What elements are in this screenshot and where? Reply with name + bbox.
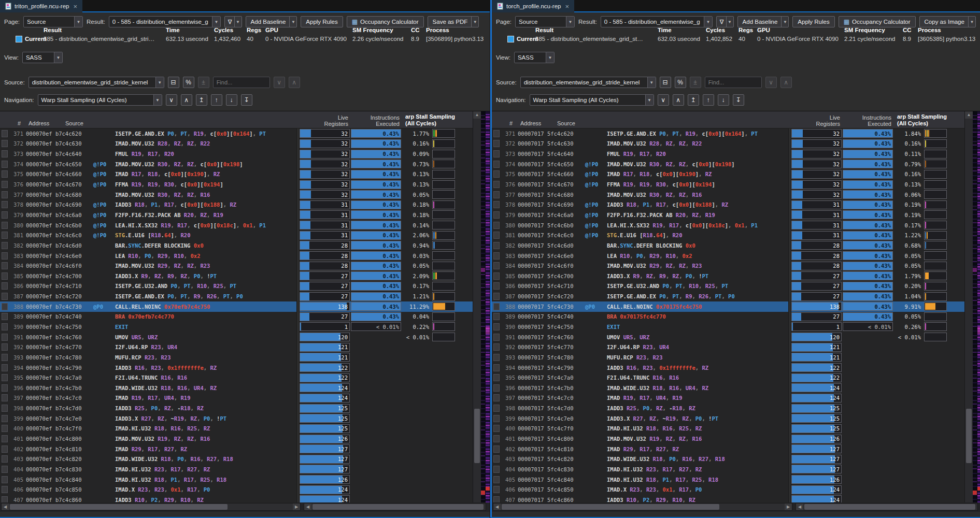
metrics-horizontal-scrollbar[interactable]: ◀ — [796, 503, 978, 511]
row-gutter[interactable] — [492, 181, 501, 188]
row-gutter[interactable] — [492, 466, 501, 473]
sass-row[interactable]: 40700007017 5fc4c860IADD3 R10, P2, R29, … — [492, 495, 964, 503]
row-gutter[interactable] — [0, 374, 9, 381]
sass-row[interactable]: 39200007017 5fc4c770I2F.U64.RP R23, UR41… — [492, 342, 964, 352]
find-next-button[interactable]: ∨ — [765, 77, 777, 88]
vertical-scrollbar-thumb[interactable] — [966, 409, 972, 464]
row-gutter[interactable] — [0, 425, 9, 432]
scrollbar-thumb[interactable] — [502, 504, 719, 510]
sass-row[interactable]: 380000070ef b7c4c6b0@!P0LEA.HI.X.SX32 R1… — [0, 220, 473, 231]
sass-row[interactable]: 37600007017 5fc4c670@!P0FFMA R19, R19, R… — [492, 179, 964, 190]
row-gutter[interactable] — [492, 303, 501, 310]
sass-row[interactable]: 37500007017 5fc4c660@!P0IMAD R17, R18, c… — [492, 169, 964, 180]
row-gutter[interactable] — [492, 140, 501, 147]
nav-goto-max-button[interactable]: ↥ — [688, 94, 699, 106]
row-gutter[interactable] — [0, 252, 9, 260]
vertical-scrollbar[interactable]: ▲ — [964, 111, 973, 502]
sass-row[interactable]: 372000070ef b7c4c630IMAD.MOV.U32 R28, RZ… — [0, 139, 473, 149]
col-header-warp-stall-sampling[interactable]: arp Stall Sampling (All Cycles) — [897, 113, 947, 127]
row-gutter[interactable] — [0, 222, 9, 229]
row-gutter[interactable] — [0, 130, 9, 137]
row-gutter[interactable] — [0, 384, 9, 392]
row-gutter[interactable] — [492, 191, 501, 198]
row-gutter[interactable] — [0, 181, 9, 188]
row-gutter[interactable] — [0, 354, 9, 361]
col-header-live-registers[interactable]: Live Registers — [301, 114, 348, 127]
find-prev-button[interactable]: ∧ — [289, 77, 300, 88]
row-gutter[interactable] — [492, 252, 501, 260]
sass-row[interactable]: 39000007017 5fc4c750EXIT1< 0.01%0.26% — [492, 322, 964, 332]
sass-row[interactable]: 373000070ef b7c4c640FMUL R19, R17, R2032… — [0, 149, 473, 159]
row-gutter[interactable] — [0, 466, 9, 473]
nav-goto-source-button[interactable]: ↧ — [241, 94, 252, 106]
nav-next-button[interactable]: ∨ — [658, 94, 669, 106]
row-gutter[interactable] — [0, 435, 9, 442]
sass-row[interactable]: 37700007017 5fc4c680IMAD.MOV.U32 R30, RZ… — [492, 190, 964, 200]
col-header-live-registers[interactable]: Live Registers — [792, 114, 840, 127]
stall-heatmap-strip[interactable] — [973, 111, 980, 502]
col-header-warp-stall-sampling[interactable]: arp Stall Sampling (All Cycles) — [405, 113, 455, 127]
row-gutter[interactable] — [492, 170, 501, 178]
sass-row[interactable]: 395000070ef b7c4c7a0F2I.U64.TRUNC R16, R… — [0, 372, 473, 383]
find-input[interactable] — [705, 77, 762, 88]
sass-row[interactable]: 391000070ef b7c4c760UMOV UR5, URZ120< 0.… — [0, 332, 473, 342]
sass-row[interactable]: 40100007017 5fc4c800IMAD.MOV.U32 R19, RZ… — [492, 434, 964, 444]
sass-row[interactable]: 40400007017 5fc4c830IMAD.HI.U32 R23, R17… — [492, 464, 964, 474]
source-function-dropdown[interactable]: distribution_elementwise_grid_stride_ker… — [29, 77, 164, 88]
sass-row[interactable]: 38600007017 5fc4c710ISETP.GE.U32.AND P0,… — [492, 281, 964, 292]
scroll-left-arrow-icon[interactable]: ◀ — [493, 503, 501, 510]
col-header-address[interactable]: Address — [29, 120, 49, 126]
nav-up-list-button[interactable]: ↑ — [703, 94, 714, 106]
row-gutter[interactable] — [0, 191, 9, 198]
sass-row[interactable]: 378000070ef b7c4c690@!P0IADD3 R18, P1, R… — [0, 199, 473, 210]
sass-row[interactable]: 38800007017 5fc4c730@P0CALL.REL.NOINC 0x… — [492, 301, 964, 312]
sass-row[interactable]: 388000070ef b7c4c730@P0CALL.REL.NOINC 0x… — [0, 301, 473, 312]
row-gutter[interactable] — [492, 211, 501, 219]
sass-row[interactable]: 39900007017 5fc4c7e0IADD3.X R27, RZ, ~R1… — [492, 413, 964, 424]
sass-row[interactable]: 405000070ef b7c4c840IMAD.HI.U32 R18, P1,… — [0, 474, 473, 485]
plusminus-button[interactable]: ± — [690, 77, 701, 88]
navigation-metric-dropdown[interactable]: Warp Stall Sampling (All Cycles) ▼ — [530, 94, 654, 106]
row-gutter[interactable] — [492, 405, 501, 412]
row-gutter[interactable] — [0, 293, 9, 300]
nav-prev-button[interactable]: ∧ — [181, 94, 192, 106]
row-gutter[interactable] — [492, 242, 501, 249]
row-gutter[interactable] — [0, 323, 9, 330]
row-gutter[interactable] — [492, 150, 501, 157]
sass-row[interactable]: 37200007017 5fc4c630IMAD.MOV.U32 R28, RZ… — [492, 139, 964, 149]
row-gutter[interactable] — [492, 354, 501, 361]
col-header-address[interactable]: Address — [520, 120, 541, 126]
row-gutter[interactable] — [492, 130, 501, 137]
scrollbar-thumb[interactable] — [10, 504, 228, 510]
row-gutter[interactable] — [492, 476, 501, 483]
sass-row[interactable]: 399000070ef b7c4c7e0IADD3.X R27, RZ, ~R1… — [0, 413, 473, 424]
row-gutter[interactable] — [0, 476, 9, 483]
sass-row[interactable]: 40300007017 5fc4c820IMAD.WIDE.U32 R18, P… — [492, 454, 964, 465]
col-header-source[interactable]: Source — [65, 120, 83, 126]
sass-row[interactable]: 38700007017 5fc4c720ISETP.GE.AND.EX P0, … — [492, 291, 964, 301]
sass-row[interactable]: 385000070ef b7c4c700IADD3.X R9, RZ, R9, … — [0, 271, 473, 281]
row-gutter[interactable] — [492, 232, 501, 239]
sass-row[interactable]: 38500007017 5fc4c700IADD3.X R9, RZ, R9, … — [492, 271, 964, 281]
row-gutter[interactable] — [0, 486, 9, 493]
nav-down-list-button[interactable]: ↓ — [226, 94, 237, 106]
sass-row[interactable]: 383000070ef b7c4c6e0LEA R10, P0, R29, R1… — [0, 251, 473, 261]
row-gutter[interactable] — [492, 161, 501, 168]
sass-row[interactable]: 406000070ef b7c4c850IMAD.X R23, R23, 0x1… — [0, 484, 473, 495]
scroll-left-arrow-icon[interactable]: ◀ — [304, 503, 311, 510]
row-gutter[interactable] — [492, 384, 501, 392]
row-gutter[interactable] — [0, 211, 9, 219]
col-header-instructions-executed[interactable]: Instructions Executed — [352, 114, 400, 127]
row-gutter[interactable] — [0, 343, 9, 351]
row-gutter[interactable] — [0, 415, 9, 422]
sass-row[interactable]: 382000070ef b7c4c6d0BAR.SYNC.DEFER_BLOCK… — [0, 240, 473, 251]
row-gutter[interactable] — [492, 394, 501, 401]
sass-row[interactable]: 39300007017 5fc4c780MUFU.RCP R23, R23121 — [492, 352, 964, 363]
row-gutter[interactable] — [0, 232, 9, 239]
report-tab[interactable]: triton_profile.ncu-rep × — [0, 0, 82, 12]
sass-row[interactable]: 407000070ef b7c4c860IADD3 R10, P2, R29, … — [0, 495, 473, 503]
scrollbar-thumb[interactable] — [804, 504, 975, 510]
sass-row[interactable]: 38900007017 5fc4c740BRA 0x70175fc4c77027… — [492, 312, 964, 322]
scroll-up-arrow-icon[interactable]: ▲ — [965, 111, 973, 119]
find-next-button[interactable]: ∨ — [274, 77, 285, 88]
